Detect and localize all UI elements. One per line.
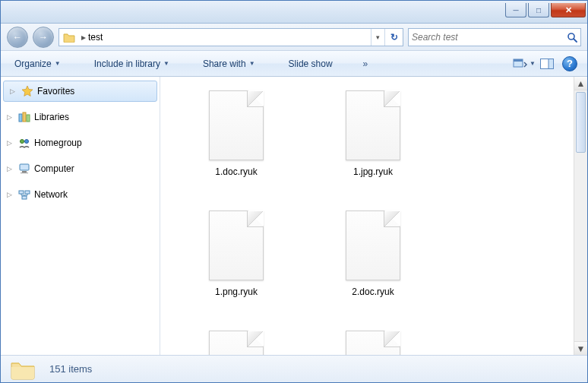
close-icon: ✕ xyxy=(565,5,572,15)
sidebar-item-computer[interactable]: ▷ Computer xyxy=(1,158,160,179)
sidebar-item-label: Homegroup xyxy=(34,138,82,148)
svg-rect-11 xyxy=(20,164,29,170)
folder-icon xyxy=(62,31,76,43)
search-box[interactable] xyxy=(408,28,581,46)
scroll-thumb[interactable] xyxy=(576,92,586,153)
svg-rect-12 xyxy=(22,171,27,173)
chevron-right-icon: » xyxy=(363,59,368,69)
chevron-down-icon: ▼ xyxy=(577,343,586,354)
help-button[interactable]: ? xyxy=(560,55,580,72)
file-item[interactable]: 2.png.ryuk xyxy=(312,328,434,355)
file-item[interactable]: 2.jpg.ryuk xyxy=(175,328,297,355)
share-label: Share with xyxy=(203,59,246,69)
back-button[interactable]: ← xyxy=(7,27,28,48)
expand-icon[interactable]: ▷ xyxy=(7,191,14,198)
content-area: 1.doc.ryuk 1.jpg.ryuk 1.png.ryuk 2.doc.r… xyxy=(160,77,587,355)
slideshow-label: Slide show xyxy=(289,59,333,69)
address-dropdown[interactable]: ▾ xyxy=(371,29,384,46)
search-icon xyxy=(567,32,577,43)
preview-pane-button[interactable] xyxy=(537,55,557,72)
status-bar: 151 items xyxy=(1,355,587,382)
forward-arrow-icon: → xyxy=(39,32,48,43)
view-options-button[interactable]: ▼ xyxy=(514,55,534,72)
back-arrow-icon: ← xyxy=(13,32,22,43)
nav-row: ← → ▸ test ▾ ↻ xyxy=(1,24,587,51)
file-icon xyxy=(346,90,400,160)
file-icon xyxy=(346,331,400,355)
preview-pane-icon xyxy=(540,59,554,69)
chevron-down-icon: ▼ xyxy=(530,60,536,67)
share-with-menu[interactable]: Share with▼ xyxy=(197,55,261,72)
maximize-icon: □ xyxy=(536,6,541,14)
sidebar-item-label: Computer xyxy=(34,163,74,174)
chevron-right-icon: ▸ xyxy=(79,32,88,43)
svg-rect-6 xyxy=(19,114,22,122)
vertical-scrollbar[interactable]: ▲ ▼ xyxy=(574,77,587,355)
libraries-icon xyxy=(17,111,31,123)
file-icon xyxy=(209,331,264,355)
slide-show-button[interactable]: Slide show xyxy=(283,55,339,72)
file-name: 1.doc.ryuk xyxy=(215,166,257,177)
window-buttons: ─ □ ✕ xyxy=(505,3,586,17)
breadcrumb-test[interactable]: test xyxy=(88,32,103,43)
chevron-down-icon: ▼ xyxy=(249,60,255,67)
svg-rect-13 xyxy=(21,173,28,173)
expand-icon[interactable]: ▷ xyxy=(7,113,14,121)
expand-icon[interactable]: ▷ xyxy=(10,87,17,95)
svg-point-9 xyxy=(21,140,24,144)
refresh-button[interactable]: ↻ xyxy=(384,29,403,46)
search-input[interactable] xyxy=(412,32,567,43)
minimize-button[interactable]: ─ xyxy=(505,3,526,17)
sidebar-item-network[interactable]: ▷ Network xyxy=(1,184,160,205)
file-icon xyxy=(209,90,264,160)
toolbar: Organize▼ Include in library▼ Share with… xyxy=(1,51,587,77)
svg-rect-7 xyxy=(23,112,26,122)
organize-menu[interactable]: Organize▼ xyxy=(8,55,67,72)
navigation-pane: ▷ Favorites ▷ Libraries ▷ Homegroup ▷ Co… xyxy=(1,77,160,355)
file-item[interactable]: 2.doc.ryuk xyxy=(312,207,434,321)
address-bar[interactable]: ▸ test ▾ ↻ xyxy=(58,28,403,46)
file-name: 1.jpg.ryuk xyxy=(353,166,393,177)
maximize-button[interactable]: □ xyxy=(528,3,549,17)
file-name: 2.doc.ryuk xyxy=(352,286,394,297)
svg-rect-16 xyxy=(22,196,27,199)
svg-rect-15 xyxy=(25,191,30,194)
sidebar-item-label: Favorites xyxy=(37,86,74,97)
expand-icon[interactable]: ▷ xyxy=(7,165,14,173)
view-icon xyxy=(513,58,528,70)
file-icon xyxy=(209,210,264,280)
include-label: Include in library xyxy=(94,59,160,69)
minimize-icon: ─ xyxy=(513,6,518,14)
sidebar-item-homegroup[interactable]: ▷ Homegroup xyxy=(1,132,160,154)
close-button[interactable]: ✕ xyxy=(551,3,586,17)
star-icon xyxy=(21,85,34,97)
scroll-up-button[interactable]: ▲ xyxy=(574,77,587,90)
help-icon: ? xyxy=(562,56,577,71)
homegroup-icon xyxy=(17,137,31,149)
svg-line-1 xyxy=(574,39,577,42)
sidebar-item-libraries[interactable]: ▷ Libraries xyxy=(1,106,160,128)
file-grid[interactable]: 1.doc.ryuk 1.jpg.ryuk 1.png.ryuk 2.doc.r… xyxy=(160,77,574,355)
file-item[interactable]: 1.jpg.ryuk xyxy=(312,87,434,201)
scroll-down-button[interactable]: ▼ xyxy=(574,341,587,355)
sidebar-item-label: Libraries xyxy=(34,112,69,122)
computer-icon xyxy=(17,163,31,175)
status-item-count: 151 items xyxy=(49,363,92,375)
scroll-track[interactable] xyxy=(574,154,587,341)
forward-button[interactable]: → xyxy=(33,27,54,48)
include-in-library-menu[interactable]: Include in library▼ xyxy=(88,55,175,72)
sidebar-item-label: Network xyxy=(34,189,68,200)
file-item[interactable]: 1.png.ryuk xyxy=(175,207,297,321)
toolbar-overflow[interactable]: » xyxy=(360,59,371,69)
chevron-down-icon: ▼ xyxy=(55,60,61,67)
folder-icon xyxy=(10,359,36,380)
chevron-down-icon: ▼ xyxy=(163,60,169,67)
svg-rect-8 xyxy=(27,115,30,122)
file-item[interactable]: 1.doc.ryuk xyxy=(175,87,297,201)
chevron-down-icon: ▾ xyxy=(376,33,380,41)
refresh-icon: ↻ xyxy=(390,32,398,43)
expand-icon[interactable]: ▷ xyxy=(7,139,14,147)
sidebar-item-favorites[interactable]: ▷ Favorites xyxy=(3,81,157,102)
titlebar: ─ □ ✕ xyxy=(1,1,587,24)
chevron-up-icon: ▲ xyxy=(577,78,586,89)
